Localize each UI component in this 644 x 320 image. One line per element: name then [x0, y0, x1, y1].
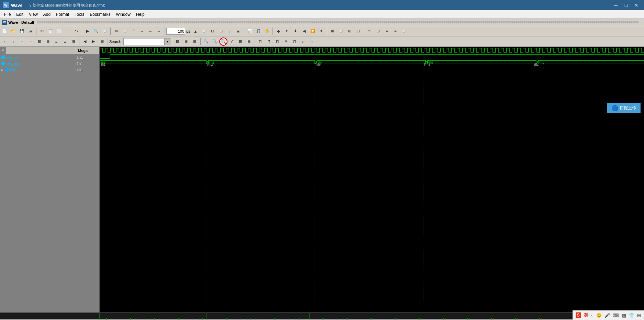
wave-btn1[interactable]: 📊: [246, 27, 254, 35]
zoom-3-btn[interactable]: ⊟: [245, 37, 253, 46]
time-up-button[interactable]: ▲: [191, 27, 200, 35]
search-next-btn[interactable]: ⊞: [182, 37, 190, 46]
menu-view[interactable]: View: [26, 11, 41, 18]
tb-step-btn2[interactable]: ⊟: [209, 27, 217, 35]
tb2-btn5[interactable]: ⊟: [35, 37, 43, 46]
expand-icon-led[interactable]: ▸: [1, 68, 3, 72]
fmt-btn4[interactable]: ⊟: [354, 27, 363, 35]
search-input[interactable]: [123, 38, 165, 45]
wave-shape5[interactable]: ⊓: [291, 37, 299, 46]
tb2-btn8[interactable]: ≡: [61, 37, 69, 46]
add-wave-button[interactable]: ⊕: [112, 27, 120, 35]
save-button[interactable]: 💾: [18, 27, 26, 35]
arrow-down-btn[interactable]: ↓: [9, 37, 18, 46]
menu-help[interactable]: Help: [133, 11, 147, 18]
wave-btn3[interactable]: ✋: [263, 27, 271, 35]
arrow-up-btn[interactable]: ↑: [1, 37, 9, 46]
zoom-sel-btn2[interactable]: ⊞: [236, 37, 245, 46]
cut-button[interactable]: ✂: [38, 27, 46, 35]
open-button[interactable]: 📂: [9, 27, 18, 35]
menu-edit[interactable]: Edit: [13, 11, 26, 18]
ime-punct[interactable]: ·,: [591, 313, 593, 318]
ime-voice[interactable]: 🎤: [604, 313, 610, 318]
ime-windows[interactable]: ⊞: [637, 313, 641, 318]
ime-shirt[interactable]: 👕: [629, 313, 634, 318]
wave-shape6[interactable]: ⌐: [299, 37, 308, 46]
zoom-fit-btn[interactable]: ≡: [391, 27, 400, 35]
move-right-btn[interactable]: →: [26, 37, 35, 46]
group1-btn3[interactable]: ⊟: [98, 37, 106, 46]
ime-logo[interactable]: S: [576, 312, 581, 318]
ime-emoji[interactable]: 😊: [596, 313, 602, 318]
zoom-sel-btn[interactable]: ≡: [383, 27, 391, 35]
wave-shape7[interactable]: ¬: [308, 37, 316, 46]
minimize-button[interactable]: ─: [611, 1, 621, 9]
insert-button[interactable]: ⊟: [121, 27, 129, 35]
search-prev-btn[interactable]: ⊟: [174, 37, 182, 46]
tb-stop-btn[interactable]: ■: [234, 27, 243, 35]
ime-keyboard[interactable]: ⌨: [613, 313, 619, 318]
nav-btn5[interactable]: 🔽: [309, 27, 317, 35]
fmt-btn1[interactable]: ⊞: [329, 27, 337, 35]
tb-step-btn4[interactable]: ↑: [226, 27, 234, 35]
undo-button[interactable]: ↩: [64, 27, 72, 35]
zoom-fit-btn2[interactable]: ⤢: [228, 37, 236, 46]
signal-row-sysrst[interactable]: sys_rst_n 1h1: [0, 60, 99, 67]
nav-btn4[interactable]: ◀: [300, 27, 308, 35]
menu-file[interactable]: File: [1, 11, 13, 18]
zoom-out-btn[interactable]: 🔍: [202, 37, 210, 46]
nav-btn3[interactable]: ⬇: [291, 27, 300, 35]
ime-grid[interactable]: ▦: [622, 313, 626, 318]
nav-btn2[interactable]: ⬆: [283, 27, 291, 35]
menu-bookmarks[interactable]: Bookmarks: [87, 11, 113, 18]
tb2-btn9[interactable]: ⊞: [69, 37, 78, 46]
tb-btn-8[interactable]: ←: [146, 27, 155, 35]
tb-btn-6[interactable]: ⇧: [129, 27, 137, 35]
tb-step-btn[interactable]: ⊞: [200, 27, 208, 35]
new-button[interactable]: 📄: [1, 27, 9, 35]
wave-shape1[interactable]: ⊓: [256, 37, 265, 46]
wave-extra-btn[interactable]: ⊟: [400, 27, 408, 35]
nav-btn1[interactable]: ◆: [274, 27, 282, 35]
menu-format[interactable]: Format: [53, 11, 72, 18]
wave-panel[interactable]: 4h1 4h2 4h4 4h8: [100, 47, 644, 312]
print-button[interactable]: 🖨: [26, 27, 35, 35]
cursor-btn[interactable]: ↖: [366, 27, 374, 35]
fmt-btn3[interactable]: ⊞: [346, 27, 354, 35]
wave-btn2[interactable]: 🎵: [254, 27, 263, 35]
time-value-input[interactable]: [166, 28, 185, 35]
group1-btn2[interactable]: ▶: [89, 37, 98, 46]
group1-btn1[interactable]: ◀: [81, 37, 89, 46]
tb2-btn6[interactable]: ⊞: [44, 37, 52, 46]
signal-row-sysclk[interactable]: sys_clk 1h1: [0, 54, 99, 60]
zoom-full-btn[interactable]: ⊞: [374, 27, 382, 35]
ime-lang[interactable]: 英: [584, 312, 588, 318]
run-button[interactable]: ▶: [84, 27, 92, 35]
menu-window[interactable]: Window: [113, 11, 133, 18]
collapse-icon[interactable]: ▼: [1, 48, 5, 52]
redo-button[interactable]: ↪: [72, 27, 80, 35]
menu-tools[interactable]: Tools: [72, 11, 87, 18]
menu-add[interactable]: Add: [41, 11, 53, 18]
zoom-in-btn[interactable]: 🔍: [211, 37, 219, 46]
wave-shape2[interactable]: ⊓: [265, 37, 273, 46]
tb-step-btn3[interactable]: ⊞: [217, 27, 225, 35]
tb-btn-9[interactable]: ↔: [155, 27, 163, 35]
tb2-btn7[interactable]: ≡: [52, 37, 60, 46]
search-opt-btn[interactable]: ⊟: [191, 37, 199, 46]
wave-shape4[interactable]: ≋: [282, 37, 290, 46]
search-dropdown-btn[interactable]: ▼: [165, 38, 170, 45]
signal-row-led[interactable]: ▸ led 4h1: [0, 67, 99, 73]
upload-button[interactable]: 🔵 拓掘上传: [607, 103, 641, 113]
copy-button[interactable]: 📋: [46, 27, 55, 35]
find-button[interactable]: 🔍: [92, 27, 100, 35]
wave-shape3[interactable]: ⊓: [274, 37, 282, 46]
zoom-region-btn[interactable]: 🔍: [219, 37, 227, 46]
nav-btn6[interactable]: ⬆: [317, 27, 325, 35]
move-left-btn[interactable]: ←: [18, 37, 26, 46]
tb-btn-7[interactable]: →: [138, 27, 146, 35]
layout-button[interactable]: ⊞: [101, 27, 109, 35]
close-button[interactable]: ✕: [632, 1, 641, 9]
fmt-btn2[interactable]: ⊟: [337, 27, 345, 35]
maximize-button[interactable]: □: [621, 1, 631, 9]
